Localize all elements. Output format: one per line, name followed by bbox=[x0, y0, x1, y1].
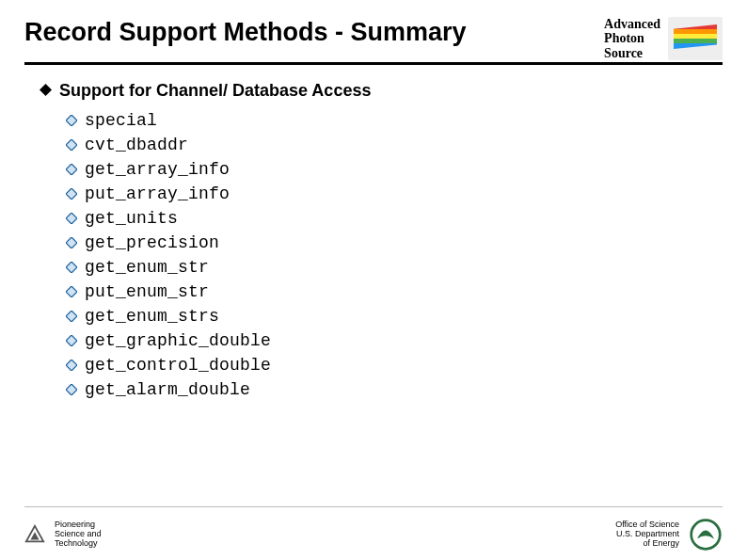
method-name: get_units bbox=[85, 209, 178, 228]
list-item: cvt_dbaddr bbox=[66, 133, 723, 157]
svg-marker-10 bbox=[66, 335, 77, 346]
fleur-bullet-icon bbox=[66, 164, 77, 175]
aps-logo-text: Advanced Photon Source bbox=[604, 17, 660, 60]
footer-left: Pioneering Science and Technology bbox=[24, 520, 102, 549]
method-list: specialcvt_dbaddrget_array_infoput_array… bbox=[66, 108, 723, 402]
list-item: special bbox=[66, 108, 723, 133]
svg-marker-9 bbox=[66, 311, 77, 322]
method-name: special bbox=[85, 111, 157, 130]
svg-marker-3 bbox=[66, 164, 77, 175]
svg-marker-4 bbox=[66, 188, 77, 200]
fleur-bullet-icon bbox=[66, 115, 77, 126]
list-item: put_enum_str bbox=[66, 280, 723, 304]
fleur-bullet-icon bbox=[66, 286, 77, 297]
bullet-level1: Support for Channel/ Database Access bbox=[40, 81, 723, 101]
list-item: get_alarm_double bbox=[66, 377, 723, 402]
fleur-bullet-icon bbox=[66, 213, 77, 224]
method-name: cvt_dbaddr bbox=[85, 136, 188, 154]
section-heading: Support for Channel/ Database Access bbox=[59, 81, 371, 101]
diamond-bullet-icon bbox=[40, 84, 52, 96]
method-name: get_enum_strs bbox=[85, 307, 219, 326]
title-underline bbox=[24, 62, 723, 65]
list-item: put_array_info bbox=[66, 182, 723, 206]
footer-right-line3: of Energy bbox=[615, 539, 679, 549]
svg-marker-1 bbox=[66, 115, 77, 126]
svg-marker-2 bbox=[66, 139, 77, 151]
title-row: Record Support Methods - Summary Advance… bbox=[0, 0, 747, 60]
footer-left-line3: Technology bbox=[55, 539, 102, 549]
footer: Pioneering Science and Technology Office… bbox=[24, 509, 723, 560]
footer-left-text: Pioneering Science and Technology bbox=[55, 520, 102, 549]
svg-marker-6 bbox=[66, 237, 77, 248]
list-item: get_graphic_double bbox=[66, 328, 723, 353]
method-name: put_enum_str bbox=[85, 282, 209, 301]
fleur-bullet-icon bbox=[66, 237, 77, 248]
fleur-bullet-icon bbox=[66, 262, 77, 273]
list-item: get_control_double bbox=[66, 353, 723, 377]
method-name: get_alarm_double bbox=[85, 380, 250, 399]
footer-right: Office of Science U.S. Department of Ene… bbox=[615, 518, 723, 552]
method-name: get_graphic_double bbox=[85, 331, 271, 350]
svg-marker-0 bbox=[40, 84, 52, 96]
fleur-bullet-icon bbox=[66, 139, 77, 151]
body: Support for Channel/ Database Access spe… bbox=[40, 81, 723, 402]
fleur-bullet-icon bbox=[66, 311, 77, 322]
footer-right-text: Office of Science U.S. Department of Ene… bbox=[615, 520, 679, 549]
fleur-bullet-icon bbox=[66, 335, 77, 346]
aps-line2: Photon bbox=[604, 31, 660, 45]
aps-logo-block: Advanced Photon Source bbox=[604, 17, 723, 60]
doe-seal-icon bbox=[689, 518, 723, 552]
fleur-bullet-icon bbox=[66, 360, 77, 371]
list-item: get_enum_strs bbox=[66, 304, 723, 328]
method-name: get_precision bbox=[85, 233, 219, 252]
list-item: get_array_info bbox=[66, 157, 723, 182]
aps-line3: Source bbox=[604, 46, 660, 60]
footer-divider bbox=[24, 506, 723, 507]
list-item: get_units bbox=[66, 206, 723, 231]
method-name: get_control_double bbox=[85, 356, 271, 375]
method-name: get_enum_str bbox=[85, 258, 209, 277]
fleur-bullet-icon bbox=[66, 188, 77, 200]
rainbow-stripes-icon bbox=[674, 24, 717, 49]
method-name: get_array_info bbox=[85, 160, 230, 179]
list-item: get_precision bbox=[66, 231, 723, 255]
slide: Record Support Methods - Summary Advance… bbox=[0, 0, 747, 560]
svg-marker-7 bbox=[66, 262, 77, 273]
list-item: get_enum_str bbox=[66, 255, 723, 280]
slide-title: Record Support Methods - Summary bbox=[24, 19, 604, 47]
aps-line1: Advanced bbox=[604, 17, 660, 31]
fleur-bullet-icon bbox=[66, 384, 77, 395]
svg-marker-8 bbox=[66, 286, 77, 297]
argonne-triangle-icon bbox=[24, 524, 45, 545]
method-name: put_array_info bbox=[85, 184, 230, 203]
svg-marker-5 bbox=[66, 213, 77, 224]
svg-marker-12 bbox=[66, 384, 77, 395]
aps-badge-icon bbox=[668, 17, 723, 60]
svg-marker-11 bbox=[66, 360, 77, 371]
